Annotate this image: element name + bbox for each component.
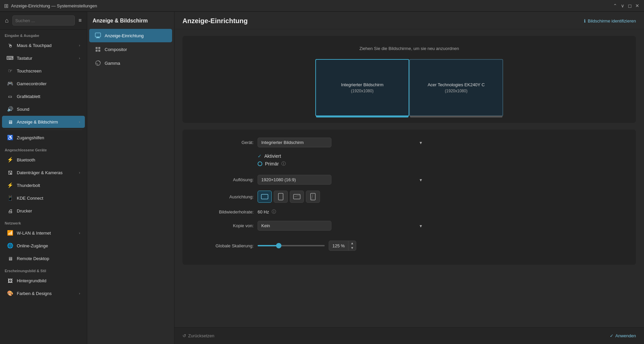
- svg-rect-1: [97, 37, 99, 38]
- sidebar-item-zugangshilfen[interactable]: ♿ Zugangshilfen: [2, 132, 85, 144]
- info-icon[interactable]: ⓘ: [281, 161, 286, 167]
- svg-rect-10: [293, 194, 300, 199]
- sidebar-item-drucker[interactable]: 🖨 Drucker: [2, 205, 85, 217]
- refresh-value: 60 Hz: [258, 209, 269, 214]
- middle-item-anzeige-einrichtung[interactable]: Anzeige-Einrichtung: [89, 29, 172, 42]
- scale-control: 125 % ▲ ▼: [258, 241, 425, 251]
- primary-radio-row[interactable]: Primär ⓘ: [258, 161, 425, 167]
- sidebar-item-label: Zugangshilfen: [17, 135, 80, 140]
- search-input[interactable]: [12, 15, 75, 26]
- identify-screens-button[interactable]: ℹ Bildschirme identifizieren: [584, 18, 636, 23]
- display-preview: Ziehen Sie die Bildschirme, um sie neu a…: [182, 36, 636, 123]
- titlebar-controls[interactable]: ⌃ ∨ ◻ ✕: [612, 3, 640, 8]
- refresh-info-icon[interactable]: ⓘ: [272, 209, 276, 215]
- display-setup-icon: [95, 32, 101, 39]
- scale-row: Globale Skalierung: 125 % ▲ ▼: [193, 241, 625, 251]
- sidebar-item-grafiktablett[interactable]: ▭ Grafiktablett: [2, 90, 85, 102]
- scale-up-button[interactable]: ▲: [348, 241, 356, 246]
- titlebar-restore-button[interactable]: ◻: [627, 3, 633, 8]
- middle-item-gamma[interactable]: Gamma: [89, 56, 172, 70]
- sidebar-item-remote[interactable]: 🖥 Remote Desktop: [2, 252, 85, 264]
- checkmark-icon: ✓: [610, 333, 613, 338]
- thunderbolt-icon: ⚡: [7, 182, 13, 189]
- svg-rect-3: [96, 47, 98, 49]
- section-label-eingabe: Eingabe & Ausgabe: [0, 30, 87, 39]
- svg-rect-5: [96, 50, 98, 52]
- chevron-right-icon: ›: [79, 170, 80, 175]
- middle-panel: Anzeige & Bildschirm Anzeige-Einrichtung: [87, 12, 174, 344]
- mouse-icon: 🖱: [7, 42, 13, 49]
- sidebar-item-anzeige[interactable]: 🖥 Anzeige & Bildschirm ›: [2, 116, 85, 128]
- resolution-row: Auflösung: 1920×1080 (16:9): [193, 175, 625, 185]
- sidebar-item-thunderbolt[interactable]: ⚡ Thunderbolt: [2, 179, 85, 191]
- orient-portrait-button[interactable]: [274, 191, 288, 203]
- activated-label: Aktiviert: [264, 153, 281, 159]
- remote-icon: 🖥: [7, 255, 13, 262]
- device-select[interactable]: Integrierter Bildschirm: [258, 138, 331, 147]
- refresh-control: 60 Hz ⓘ: [258, 209, 425, 215]
- sidebar-item-label: Drucker: [17, 208, 80, 213]
- sidebar-item-daten[interactable]: 🖫 Datenträger & Kameras ›: [2, 166, 85, 179]
- radio-icon: [258, 161, 262, 166]
- apply-button[interactable]: ✓ Anwenden: [610, 333, 636, 338]
- sidebar-item-kde-connect[interactable]: 📱 KDE Connect: [2, 192, 85, 204]
- orient-landscape-flipped-button[interactable]: [290, 191, 304, 203]
- middle-item-label: Gamma: [105, 61, 120, 66]
- orient-portrait-flipped-button[interactable]: [306, 191, 320, 203]
- svg-rect-6: [98, 50, 100, 52]
- sidebar-item-label: W-LAN & Internet: [17, 231, 75, 236]
- titlebar-close-button[interactable]: ✕: [635, 3, 640, 8]
- svg-rect-12: [311, 193, 315, 200]
- keyboard-icon: ⌨: [7, 55, 13, 61]
- orient-landscape-button[interactable]: [258, 191, 272, 203]
- check-icon: ✓: [258, 153, 262, 159]
- sidebar-item-bluetooth[interactable]: ⚡ Bluetooth: [2, 154, 85, 166]
- sidebar-item-hintergrundbild[interactable]: 🖼 Hintergrundbild: [2, 275, 85, 287]
- activated-checkbox-row[interactable]: ✓ Aktiviert: [258, 153, 425, 159]
- reset-button[interactable]: ↺ Zurücksetzen: [182, 333, 214, 338]
- sidebar-item-label: Sound: [17, 107, 80, 112]
- sidebar-item-touchscreen[interactable]: ☞ Touchscreen: [2, 65, 85, 77]
- monitor-secondary[interactable]: Acer Technologies EK240Y C (1920x1080): [409, 59, 503, 116]
- svg-line-13: [312, 194, 313, 199]
- divider: [5, 130, 82, 130]
- copy-select[interactable]: Kein: [258, 221, 331, 231]
- svg-rect-0: [95, 33, 101, 37]
- middle-item-compositor[interactable]: Compositor: [89, 43, 172, 56]
- identify-label: Bildschirme identifizieren: [588, 18, 636, 23]
- chevron-right-icon: ›: [79, 291, 80, 295]
- app-icon: ⊞: [4, 3, 8, 9]
- sidebar-item-farben[interactable]: 🎨 Farben & Designs ›: [2, 287, 85, 299]
- sidebar-top: ⌂ ≡: [0, 12, 87, 30]
- scale-label: Globale Skalierung:: [193, 243, 254, 248]
- titlebar-maximize-button[interactable]: ∨: [620, 3, 625, 8]
- sidebar-item-sound[interactable]: 🔊 Sound: [2, 103, 85, 115]
- copy-row: Kopie von: Kein: [193, 221, 625, 231]
- home-button[interactable]: ⌂: [4, 15, 10, 26]
- sound-icon: 🔊: [7, 106, 13, 112]
- activated-control: ✓ Aktiviert Primär ⓘ: [258, 153, 425, 169]
- device-select-wrapper: Integrierter Bildschirm: [258, 138, 425, 147]
- display-icon: 🖥: [7, 118, 13, 125]
- scale-down-button[interactable]: ▼: [348, 246, 356, 250]
- touchscreen-icon: ☞: [7, 67, 13, 74]
- main-header: Anzeige-Einrichtung ℹ Bildschirme identi…: [174, 12, 644, 29]
- settings-form: Gerät: Integrierter Bildschirm ✓ Aktivie…: [182, 130, 636, 265]
- sidebar-item-label: Bluetooth: [17, 157, 80, 162]
- scale-slider[interactable]: [258, 245, 325, 246]
- hamburger-menu-button[interactable]: ≡: [77, 15, 83, 26]
- accessibility-icon: ♿: [7, 134, 13, 141]
- info-circle-icon: ℹ: [584, 18, 586, 23]
- sidebar-item-label: Gamecontroller: [17, 81, 80, 86]
- resolution-select[interactable]: 1920×1080 (16:9): [258, 175, 331, 185]
- sidebar-item-label: Maus & Touchpad: [17, 43, 75, 48]
- titlebar-minimize-button[interactable]: ⌃: [612, 3, 618, 8]
- sidebar-item-wlan[interactable]: 📶 W-LAN & Internet ›: [2, 227, 85, 239]
- sidebar-item-maus[interactable]: 🖱 Maus & Touchpad ›: [2, 39, 85, 51]
- device-label: Gerät:: [193, 140, 254, 145]
- sidebar-item-tastatur[interactable]: ⌨ Tastatur ›: [2, 52, 85, 64]
- sidebar-item-gamecontroller[interactable]: 🎮 Gamecontroller: [2, 78, 85, 90]
- monitor-primary[interactable]: Integrierter Bildschirm (1920x1080): [315, 59, 409, 116]
- sidebar-item-online[interactable]: 🌐 Online-Zugänge: [2, 240, 85, 252]
- scale-value-box: 125 % ▲ ▼: [329, 241, 356, 251]
